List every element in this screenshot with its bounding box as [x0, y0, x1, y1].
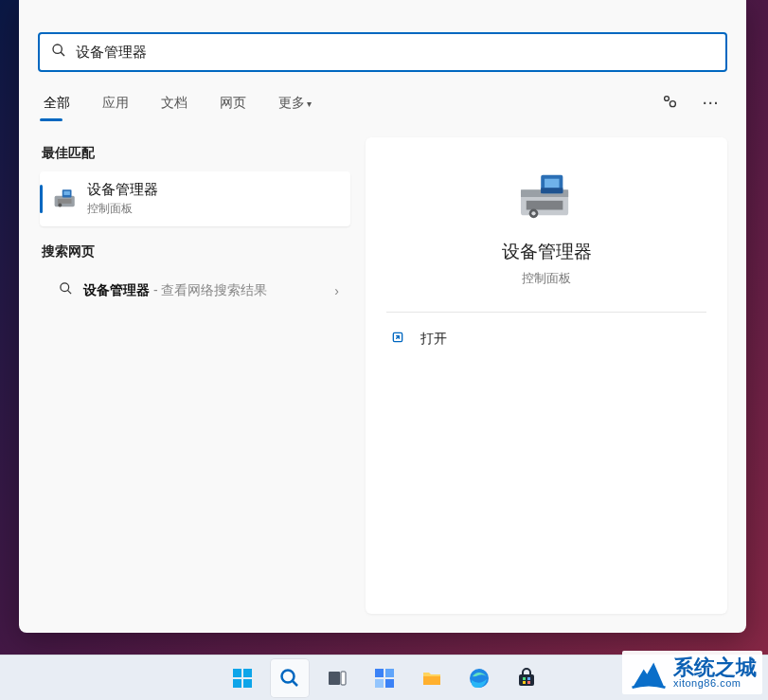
taskview-button[interactable] [318, 659, 356, 697]
taskbar-search-button[interactable] [271, 659, 309, 697]
tab-apps[interactable]: 应用 [98, 87, 133, 119]
result-device-manager[interactable]: 设备管理器 控制面板 [40, 171, 350, 226]
preview-title: 设备管理器 [386, 240, 706, 264]
watermark-icon [628, 653, 670, 692]
svg-point-6 [58, 204, 62, 207]
svg-point-0 [53, 45, 62, 53]
search-bar[interactable] [38, 32, 727, 72]
svg-rect-38 [527, 681, 530, 684]
svg-point-24 [281, 670, 294, 682]
divider [386, 312, 706, 313]
search-input[interactable] [76, 45, 714, 61]
web-result-term: 设备管理器 [83, 282, 150, 297]
svg-rect-34 [519, 674, 534, 686]
svg-rect-35 [523, 677, 526, 680]
tab-more[interactable]: 更多▾ [275, 87, 315, 119]
tab-label: 文档 [161, 95, 188, 110]
svg-rect-29 [385, 669, 394, 677]
svg-rect-22 [233, 679, 241, 688]
svg-point-9 [60, 283, 68, 292]
explorer-button[interactable] [413, 659, 451, 697]
search-icon [51, 43, 66, 62]
svg-rect-21 [243, 669, 252, 677]
svg-line-1 [61, 52, 64, 56]
svg-rect-8 [63, 191, 70, 195]
settings-shortcut-icon[interactable] [655, 87, 684, 119]
tab-label: 应用 [102, 95, 129, 110]
result-title: 设备管理器 [87, 181, 158, 199]
tab-label: 更多 [278, 95, 305, 110]
svg-rect-30 [375, 679, 384, 688]
svg-line-10 [67, 290, 71, 294]
preview-subtitle: 控制面板 [386, 270, 706, 287]
action-open[interactable]: 打开 [386, 320, 706, 357]
svg-rect-23 [243, 679, 252, 688]
device-manager-icon [51, 188, 80, 210]
svg-rect-28 [375, 669, 384, 677]
svg-point-3 [670, 101, 676, 107]
watermark: 系统之城 xitong86.com [622, 651, 762, 694]
result-subtitle: 控制面板 [87, 201, 158, 217]
svg-rect-27 [341, 672, 346, 685]
watermark-en: xitong86.com [673, 678, 757, 689]
chevron-right-icon: › [334, 283, 339, 298]
search-panel: 全部 应用 文档 网页 更多▾ ··· 最佳匹配 [19, 0, 746, 633]
search-icon [51, 281, 80, 299]
tab-label: 网页 [220, 95, 246, 110]
web-result-text: 设备管理器 - 查看网络搜索结果 [83, 282, 334, 299]
best-match-label: 最佳匹配 [42, 145, 350, 162]
results-column: 最佳匹配 设备管理器 控制面板 搜索网页 [19, 130, 360, 623]
svg-point-2 [665, 97, 670, 101]
svg-rect-20 [233, 669, 241, 677]
svg-rect-26 [329, 672, 340, 685]
device-manager-icon [386, 171, 706, 223]
preview-pane: 设备管理器 控制面板 打开 [366, 137, 727, 614]
search-tabs: 全部 应用 文档 网页 更多▾ ··· [19, 72, 746, 120]
start-button[interactable] [223, 659, 261, 697]
tab-all[interactable]: 全部 [40, 87, 74, 119]
more-options-icon[interactable]: ··· [697, 90, 725, 117]
svg-rect-5 [58, 199, 72, 204]
web-section-label: 搜索网页 [42, 243, 350, 260]
svg-line-25 [293, 681, 297, 686]
svg-rect-36 [527, 677, 530, 680]
search-content: 最佳匹配 设备管理器 控制面板 搜索网页 [19, 120, 746, 633]
tab-documents[interactable]: 文档 [157, 87, 191, 119]
edge-button[interactable] [460, 659, 498, 697]
action-label: 打开 [420, 331, 447, 348]
web-search-result[interactable]: 设备管理器 - 查看网络搜索结果 › [40, 270, 350, 311]
result-text: 设备管理器 控制面板 [87, 181, 158, 217]
watermark-cn: 系统之城 [673, 657, 757, 678]
widgets-button[interactable] [366, 659, 403, 697]
tab-web[interactable]: 网页 [216, 87, 250, 119]
svg-rect-37 [523, 681, 526, 684]
store-button[interactable] [508, 659, 545, 697]
svg-rect-17 [545, 179, 559, 188]
tab-label: 全部 [44, 95, 70, 110]
svg-rect-32 [423, 676, 440, 685]
svg-rect-31 [385, 679, 394, 688]
svg-rect-18 [541, 188, 563, 193]
chevron-down-icon: ▾ [307, 99, 312, 109]
open-icon [390, 330, 411, 348]
web-result-suffix: - 查看网络搜索结果 [150, 282, 267, 297]
svg-point-15 [531, 211, 535, 215]
svg-rect-13 [527, 201, 563, 210]
